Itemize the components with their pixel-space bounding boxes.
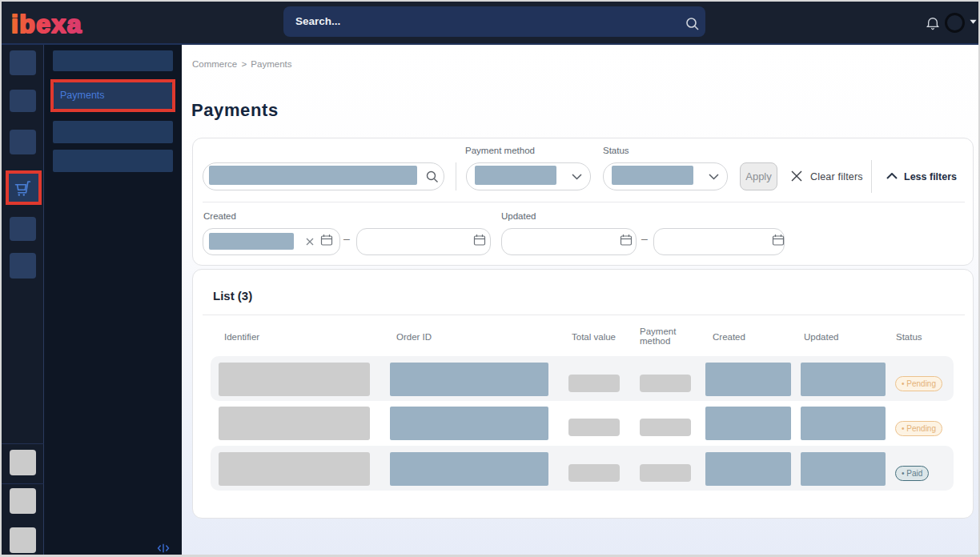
svg-text:ibexa: ibexa <box>11 13 82 35</box>
